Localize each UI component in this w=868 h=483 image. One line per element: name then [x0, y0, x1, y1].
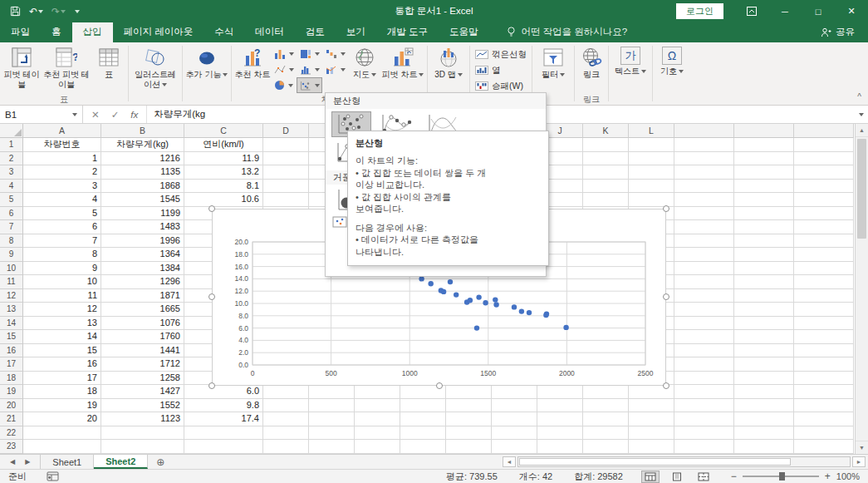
cell[interactable]: 13.2 [184, 165, 263, 180]
cell[interactable] [446, 412, 492, 426]
row-header[interactable]: 8 [0, 234, 23, 249]
cell[interactable] [400, 440, 446, 454]
cell[interactable] [583, 426, 629, 441]
horizontal-scroll-track[interactable] [517, 456, 851, 467]
cell[interactable] [734, 385, 794, 399]
name-box[interactable]: B1 [0, 106, 83, 123]
cell[interactable]: 6.0 [184, 385, 263, 399]
cell[interactable]: 9 [23, 262, 101, 276]
hierarchy-chart-button[interactable] [297, 46, 322, 62]
cell[interactable] [734, 399, 794, 413]
page-layout-view-button[interactable] [668, 471, 686, 483]
chart-resize-handle[interactable] [208, 293, 215, 300]
cell[interactable] [184, 440, 263, 454]
pivot-chart-button[interactable]: 피벗 차트 [381, 44, 424, 80]
cell[interactable]: 17 [23, 372, 101, 386]
cell[interactable] [309, 399, 355, 413]
scatter-point[interactable] [483, 300, 488, 305]
cell[interactable]: 1427 [101, 385, 184, 399]
cell[interactable] [734, 330, 794, 344]
cell[interactable] [674, 344, 734, 358]
save-icon[interactable] [10, 6, 21, 17]
macro-record-icon[interactable] [47, 471, 59, 481]
cell[interactable] [263, 399, 309, 413]
illustrations-button[interactable]: 일러스트레이션 [131, 44, 179, 89]
cell[interactable] [794, 372, 854, 386]
cell[interactable] [794, 289, 854, 303]
cell[interactable]: 1871 [101, 289, 184, 303]
cell[interactable] [794, 165, 854, 180]
cell[interactable] [537, 385, 583, 399]
row-header[interactable]: 23 [0, 440, 23, 454]
chart-resize-handle[interactable] [208, 382, 215, 389]
scatter-point[interactable] [493, 302, 498, 307]
waterfall-chart-button[interactable] [322, 46, 348, 62]
cell[interactable] [629, 152, 674, 166]
cell[interactable]: 3 [23, 180, 101, 194]
login-button[interactable]: 로그인 [676, 3, 723, 19]
cell[interactable] [629, 193, 674, 207]
cell[interactable]: 1868 [101, 180, 184, 194]
cell[interactable] [794, 193, 854, 207]
row-header[interactable]: 5 [0, 193, 23, 207]
cell[interactable]: 12 [23, 303, 101, 317]
sheet-tab[interactable]: Sheet1 [40, 455, 94, 469]
zoom-out-icon[interactable]: − [731, 471, 737, 482]
ribbon-display-options-icon[interactable] [735, 0, 768, 22]
cell[interactable]: 차량무게(kg) [101, 138, 184, 152]
row-header[interactable]: 7 [0, 220, 23, 234]
cell[interactable] [263, 412, 309, 426]
cell[interactable] [537, 412, 583, 426]
map-chart-button[interactable]: 지도 [348, 44, 381, 80]
column-header[interactable]: B [101, 124, 184, 138]
cell[interactable] [23, 440, 101, 454]
cell[interactable] [794, 234, 854, 249]
cell[interactable] [400, 426, 446, 441]
cell[interactable] [674, 262, 734, 276]
cell[interactable] [734, 357, 794, 372]
cell[interactable]: 1 [23, 152, 101, 166]
cell[interactable] [492, 385, 537, 399]
undo-button[interactable]: ↶ [29, 6, 43, 17]
enter-icon[interactable]: ✓ [111, 109, 120, 121]
cell[interactable] [794, 207, 854, 221]
page-break-view-button[interactable] [694, 471, 713, 483]
cell[interactable] [674, 412, 734, 426]
cell[interactable] [674, 317, 734, 331]
scatter-point[interactable] [419, 276, 424, 281]
cell[interactable]: 2 [23, 165, 101, 180]
cell[interactable] [794, 440, 854, 454]
redo-button[interactable]: ↷ [51, 6, 66, 17]
cell[interactable] [263, 385, 309, 399]
recommended-charts-button[interactable]: ? 추천 차트 [234, 44, 271, 80]
text-button[interactable]: 가 텍스트 [611, 44, 650, 76]
ribbon-tab[interactable]: 개발 도구 [376, 22, 439, 42]
cell[interactable] [583, 399, 629, 413]
cell[interactable]: 1712 [101, 357, 184, 372]
cell[interactable]: 6 [23, 220, 101, 234]
cell[interactable] [734, 207, 794, 221]
collapse-ribbon-icon[interactable]: ^ [857, 92, 861, 101]
cell[interactable] [734, 165, 794, 180]
ribbon-tab[interactable]: 페이지 레이아웃 [113, 22, 204, 42]
cell[interactable] [263, 426, 309, 441]
addins-button[interactable]: 추가 기능 [185, 44, 228, 80]
cell[interactable] [629, 399, 674, 413]
recommended-pivot-button[interactable]: ? 추천 피벗 테이블 [41, 44, 92, 89]
cell[interactable] [674, 180, 734, 194]
cell[interactable]: 17.4 [184, 412, 263, 426]
cell[interactable] [537, 426, 583, 441]
cell[interactable] [309, 440, 355, 454]
cell[interactable] [674, 330, 734, 344]
cell[interactable] [309, 426, 355, 441]
link-button[interactable]: 링크 [577, 44, 606, 80]
cell[interactable] [734, 440, 794, 454]
row-header[interactable]: 22 [0, 426, 23, 441]
sparkline-column-button[interactable]: 열 [473, 62, 529, 78]
cell[interactable] [184, 426, 263, 441]
cell[interactable] [629, 138, 674, 152]
scatter-chart-button[interactable] [297, 77, 322, 93]
cell[interactable] [674, 152, 734, 166]
cell[interactable] [446, 399, 492, 413]
row-header[interactable]: 19 [0, 385, 23, 399]
